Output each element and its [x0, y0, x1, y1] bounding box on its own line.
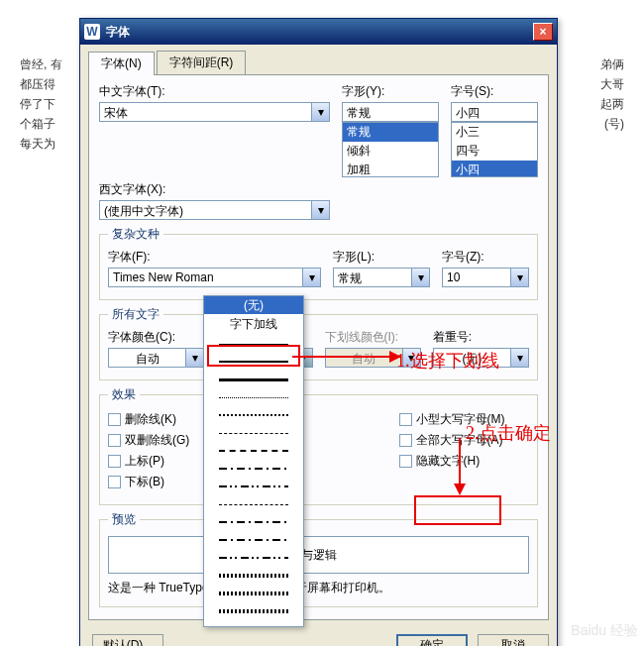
cancel-button[interactable]: 取消 [478, 634, 549, 646]
size-listbox[interactable]: 小三 四号 小四 [451, 122, 538, 177]
underline-opt-dashed[interactable] [204, 424, 303, 442]
font-dialog: W 字体 × 字体(N) 字符间距(R) 中文字体(T): 宋体 ▾ 字形(Y)… [79, 18, 558, 646]
western-label: 西文字体(X): [99, 181, 330, 198]
complex-group: 复杂文种 字体(F): Times New Roman ▾ 字形(L): 常规 … [99, 226, 538, 300]
underline-opt-dotted-thick[interactable] [204, 406, 303, 424]
list-item: 小四 [452, 161, 537, 177]
underline-opt-dash-dot-2[interactable] [204, 513, 303, 531]
titlebar[interactable]: W 字体 × [80, 19, 557, 45]
dialog-title: 字体 [106, 24, 130, 41]
list-item: 小三 [452, 123, 537, 142]
tab-spacing[interactable]: 字符间距(R) [157, 51, 247, 74]
list-item: 常规 [343, 123, 438, 142]
cn-font-combo[interactable]: 宋体 ▾ [99, 102, 330, 122]
western-combo[interactable]: (使用中文字体) ▾ [99, 200, 330, 220]
underline-opt-wave-2[interactable] [204, 585, 303, 602]
complex-legend: 复杂文种 [108, 226, 163, 243]
default-button[interactable]: 默认(D)... [92, 634, 163, 646]
underline-opt-words[interactable]: 字下加线 [204, 314, 303, 335]
chevron-down-icon[interactable]: ▾ [412, 268, 430, 287]
annotation-text-2: 2.点击确定 [466, 421, 551, 445]
annotation-text-1: 1.选择下划线 [396, 349, 499, 373]
preview-legend: 预览 [108, 511, 140, 528]
list-item: 四号 [452, 142, 537, 161]
preview-sample: 与逻辑 [301, 547, 337, 564]
underline-opt-dash-2[interactable] [204, 495, 303, 513]
underline-opt-none[interactable]: (无) [204, 296, 303, 314]
complex-style-combo[interactable]: 常规 ▾ [333, 268, 430, 287]
underline-opt-bold[interactable] [204, 371, 303, 388]
button-bar: 默认(D)... 确定 取消 [80, 628, 557, 646]
list-item: 倾斜 [343, 142, 438, 161]
underline-opt-dash-dot-3[interactable] [204, 531, 303, 549]
close-button[interactable]: × [533, 23, 553, 41]
complex-font-label: 字体(F): [108, 249, 321, 266]
ok-button[interactable]: 确定 [396, 634, 468, 646]
emphasis-label: 着重号: [433, 329, 529, 346]
underline-opt-wave[interactable] [204, 567, 303, 585]
svg-marker-3 [454, 484, 466, 495]
underline-opt-dotted[interactable] [204, 388, 303, 406]
effects-group: 效果 删除线(K) 双删除线(G) 上标(P) 下标(B) 小型大写字母(M) … [99, 386, 538, 505]
tab-strip: 字体(N) 字符间距(R) [80, 45, 557, 74]
font-color-combo[interactable]: 自动 ▾ [108, 348, 204, 368]
tab-font[interactable]: 字体(N) [88, 52, 155, 75]
list-item: 加粗 [343, 161, 438, 177]
underline-opt-dashed-long[interactable] [204, 442, 303, 460]
arrow-step2 [450, 436, 470, 499]
chevron-down-icon[interactable]: ▾ [312, 102, 330, 122]
preview-box: 与逻辑 [108, 536, 529, 574]
underline-opt-wave-3[interactable] [204, 602, 303, 620]
chevron-down-icon[interactable]: ▾ [511, 268, 529, 287]
watermark: Baidu 经验 [571, 622, 638, 640]
preview-group: 预览 与逻辑 这是一种 TrueType 字体，同时适用于屏幕和打印机。 [99, 511, 538, 607]
cn-font-label: 中文字体(T): [99, 83, 330, 100]
font-color-label: 字体颜色(C): [108, 329, 204, 346]
app-icon: W [84, 24, 100, 40]
preview-note: 这是一种 TrueType 字体，同时适用于屏幕和打印机。 [108, 580, 529, 596]
style-listbox[interactable]: 常规 倾斜 加粗 [342, 122, 439, 177]
chevron-down-icon[interactable]: ▾ [312, 200, 330, 220]
style-input[interactable]: 常规 [342, 102, 439, 122]
style-label: 字形(Y): [342, 83, 439, 100]
chevron-down-icon[interactable]: ▾ [511, 348, 529, 368]
chevron-down-icon[interactable]: ▾ [303, 268, 321, 287]
complex-size-combo[interactable]: 10 ▾ [442, 268, 529, 287]
alltext-legend: 所有文字 [108, 306, 163, 323]
size-input[interactable]: 小四 [451, 102, 538, 122]
chevron-down-icon[interactable]: ▾ [186, 348, 204, 368]
complex-style-label: 字形(L): [333, 249, 430, 266]
complex-font-combo[interactable]: Times New Roman ▾ [108, 268, 321, 287]
complex-size-label: 字号(Z): [442, 249, 529, 266]
underline-opt-dash-dot-dot[interactable] [204, 478, 303, 495]
underline-opt-dash-dot-dot-2[interactable] [204, 549, 303, 567]
size-label: 字号(S): [451, 83, 538, 100]
underline-opt-dash-dot[interactable] [204, 460, 303, 478]
effects-legend: 效果 [108, 386, 140, 403]
